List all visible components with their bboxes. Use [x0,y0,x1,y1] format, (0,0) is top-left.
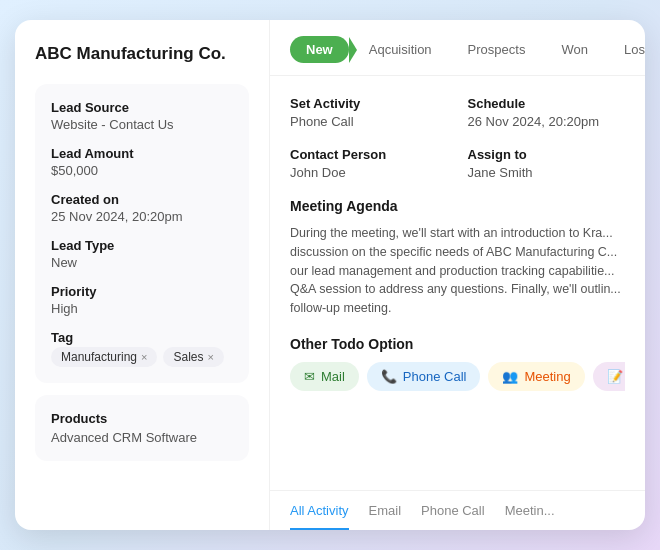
created-on-value: 25 Nov 2024, 20:20pm [51,209,233,224]
bottom-tab-meeting[interactable]: Meetin... [505,503,555,530]
assign-to-label: Assign to [468,147,626,162]
tag-manufacturing: Manufacturing × [51,347,157,367]
created-on-row: Created on 25 Nov 2024, 20:20pm [51,192,233,224]
left-panel: ABC Manufacturing Co. Lead Source Websit… [15,20,270,530]
contact-assign-row: Contact Person John Doe Assign to Jane S… [290,147,625,180]
lead-type-label: Lead Type [51,238,233,253]
bottom-tab-email[interactable]: Email [369,503,402,530]
tag-manufacturing-text: Manufacturing [61,350,137,364]
products-value: Advanced CRM Software [51,430,233,445]
mail-label: Mail [321,369,345,384]
products-card: Products Advanced CRM Software [35,395,249,461]
tag-row: Tag Manufacturing × Sales × [51,330,233,367]
agenda-title: Meeting Agenda [290,198,625,214]
set-activity-group: Set Activity Phone Call [290,96,448,129]
priority-row: Priority High [51,284,233,316]
contact-person-group: Contact Person John Doe [290,147,448,180]
right-panel: New Aqcuisition Prospects Won Los... Set… [270,20,645,530]
tab-won[interactable]: Won [545,36,604,63]
agenda-text: During the meeting, we'll start with an … [290,224,625,318]
lead-amount-row: Lead Amount $50,000 [51,146,233,178]
lead-type-value: New [51,255,233,270]
contact-person-value: John Doe [290,165,448,180]
phone-icon: 📞 [381,369,397,384]
priority-value: High [51,301,233,316]
lead-amount-value: $50,000 [51,163,233,178]
todo-title: Other Todo Option [290,336,625,352]
lead-source-label: Lead Source [51,100,233,115]
bottom-tab-phone-call[interactable]: Phone Call [421,503,485,530]
tag-sales-text: Sales [173,350,203,364]
info-card: Lead Source Website - Contact Us Lead Am… [35,84,249,383]
todo-phone-button[interactable]: 📞 Phone Call [367,362,481,391]
mail-icon: ✉ [304,369,315,384]
phone-label: Phone Call [403,369,467,384]
bottom-tabs: All Activity Email Phone Call Meetin... [270,490,645,530]
meeting-label: Meeting [524,369,570,384]
tags-container: Manufacturing × Sales × [51,347,233,367]
lead-type-row: Lead Type New [51,238,233,270]
products-title: Products [51,411,233,426]
contact-person-label: Contact Person [290,147,448,162]
main-card: ABC Manufacturing Co. Lead Source Websit… [15,20,645,530]
schedule-group: Schedule 26 Nov 2024, 20:20pm [468,96,626,129]
schedule-label: Schedule [468,96,626,111]
tag-sales: Sales × [163,347,223,367]
bottom-tab-all-activity[interactable]: All Activity [290,503,349,530]
priority-label: Priority [51,284,233,299]
todo-note-button[interactable]: 📝 Note [593,362,625,391]
assign-to-group: Assign to Jane Smith [468,147,626,180]
tab-lost[interactable]: Los... [608,36,645,63]
todo-meeting-button[interactable]: 👥 Meeting [488,362,584,391]
tag-manufacturing-remove[interactable]: × [141,351,147,363]
meeting-icon: 👥 [502,369,518,384]
lead-source-row: Lead Source Website - Contact Us [51,100,233,132]
created-on-label: Created on [51,192,233,207]
tab-new[interactable]: New [290,36,349,63]
company-title: ABC Manufacturing Co. [35,44,249,64]
todo-mail-button[interactable]: ✉ Mail [290,362,359,391]
activity-schedule-row: Set Activity Phone Call Schedule 26 Nov … [290,96,625,129]
tab-acquisition[interactable]: Aqcuisition [353,36,448,63]
pipeline-tabs: New Aqcuisition Prospects Won Los... [270,20,645,76]
tab-prospects[interactable]: Prospects [452,36,542,63]
note-icon: 📝 [607,369,623,384]
tag-label: Tag [51,330,233,345]
lead-source-value: Website - Contact Us [51,117,233,132]
lead-amount-label: Lead Amount [51,146,233,161]
todo-buttons: ✉ Mail 📞 Phone Call 👥 Meeting 📝 Note [290,362,625,391]
tag-sales-remove[interactable]: × [208,351,214,363]
schedule-value: 26 Nov 2024, 20:20pm [468,114,626,129]
set-activity-label: Set Activity [290,96,448,111]
set-activity-value: Phone Call [290,114,448,129]
assign-to-value: Jane Smith [468,165,626,180]
content-area: Set Activity Phone Call Schedule 26 Nov … [270,76,645,472]
